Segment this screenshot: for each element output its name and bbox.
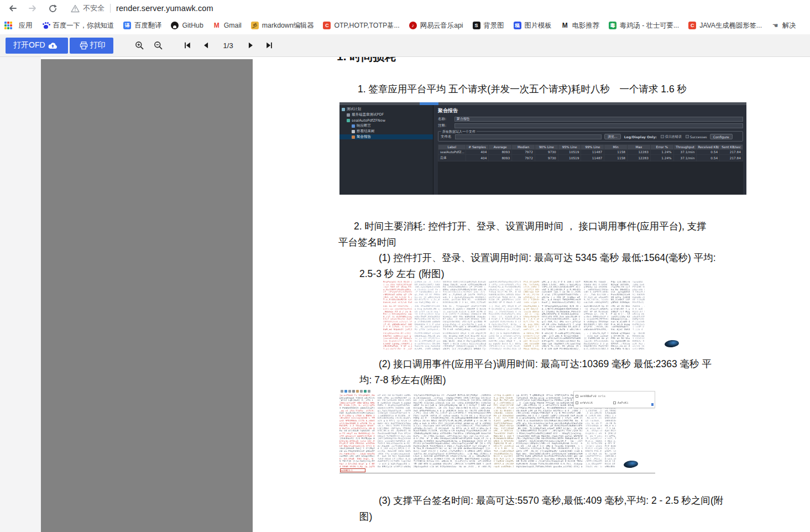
- bookmark-label: markdown编辑器: [262, 21, 314, 30]
- jmeter-errors-label: 仅日志错误: [665, 134, 682, 139]
- jmeter-panel-title: 聚合报告: [438, 107, 743, 114]
- jmeter-tree-item: 聚合报告: [339, 134, 433, 139]
- bookmark-item[interactable]: MGmail: [213, 22, 242, 29]
- warning-triangle-icon: [71, 4, 80, 13]
- jmeter-file-fieldset: 所有数据写入一个文件 文件名 浏览... Log/Display Only: 仅…: [438, 131, 743, 142]
- bookmark-label: 图片模板: [525, 21, 552, 30]
- browser-address-bar: 不安全 render.server.yumawk.com: [0, 0, 810, 17]
- bookmarks-bar: 应用 百度一下，你就知道译百度翻译GitHubMGmail彡markdown编辑…: [0, 17, 810, 34]
- bookmark-item[interactable]: S背景图: [473, 21, 504, 30]
- github-icon: [171, 22, 179, 29]
- bookmark-item[interactable]: 稿图片模板: [514, 21, 552, 30]
- jmeter-table-row: sealAutoPdfZ...4048093797297301051911487…: [438, 150, 743, 155]
- jmeter-titlebar: [339, 102, 746, 105]
- jmeter-table-header-row: Label# SamplesAverageMedian90% Line95% L…: [438, 145, 743, 150]
- bookmark-item[interactable]: 译百度翻译: [123, 21, 161, 30]
- security-label: 不安全: [83, 3, 104, 13]
- bookmark-item[interactable]: GitHub: [171, 22, 203, 29]
- movie-m-icon: M: [561, 22, 569, 29]
- log2-checkbox: [613, 401, 616, 404]
- jmeter-table-header: 95% Line: [558, 145, 581, 150]
- jmeter-table-header: Max: [628, 145, 651, 150]
- log2-checkbox: [576, 395, 578, 398]
- thread-group-icon: [347, 119, 350, 122]
- jmeter-tree-item: sealAutoPdfZFNew: [339, 118, 433, 123]
- doc-paragraph-5: (3) 支撑平台签名时间: 最高可达:5570 毫秒,最低:409 毫秒,平均:…: [338, 493, 723, 525]
- viewer-content: 1. 时间损耗 1. 签章应用平台平均 五个请求(并发一次五个请求)耗时八秒 一…: [0, 57, 810, 532]
- bookmark-label: 网易云音乐api: [420, 21, 463, 30]
- bookmark-label: 电影推荐: [572, 21, 599, 30]
- jmeter-screenshot: 测试计划服务端盖章测试PDFsealAutoPdfZFNew响应断言察看结果树聚…: [339, 102, 746, 195]
- jmeter-name-label: 名称:: [438, 117, 454, 122]
- bookmark-item[interactable]: ♪网易云音乐api: [409, 21, 463, 30]
- bookmark-item[interactable]: M电影推荐: [561, 21, 599, 30]
- gear-icon: [347, 113, 350, 117]
- print-button[interactable]: 打印: [70, 38, 113, 54]
- jmeter-table-header: 90% Line: [535, 145, 558, 150]
- next-page-icon[interactable]: [241, 37, 260, 54]
- bookmark-item[interactable]: COTP,HOTP,TOTP基...: [323, 21, 399, 30]
- first-page-icon[interactable]: [178, 37, 197, 54]
- dujitang-icon: 毒: [609, 22, 616, 29]
- refresh-icon[interactable]: [45, 2, 60, 15]
- zoom-out-icon[interactable]: [149, 37, 168, 54]
- doc-paragraph-4: (2) 接口调用事件(应用平台)调用时间: 最高可达:10369 毫秒 最低:2…: [338, 356, 712, 388]
- jmeter-comment-label: 注释:: [438, 123, 454, 128]
- log2-checkbox: [576, 401, 578, 404]
- last-page-icon[interactable]: [260, 37, 279, 54]
- bookmark-item[interactable]: ☚解决: [771, 21, 796, 30]
- gmail-icon: M: [213, 22, 221, 29]
- jmeter-comment-input: [454, 123, 743, 128]
- log-screenshot-2: jw:ucF6eW fv VJcpHqDl_Hw qeZ eS[-h0 WrfU…: [339, 389, 655, 473]
- bookmark-item[interactable]: 彡markdown编辑器: [251, 21, 314, 30]
- jmeter-table-header: Label: [438, 145, 466, 150]
- apps-grid-icon: [4, 22, 12, 29]
- jmeter-table-header: # Samples: [466, 145, 489, 150]
- baidu-translate-icon: 译: [123, 22, 131, 29]
- sidebar-panel: [41, 59, 253, 532]
- gaoding-icon: 稿: [514, 22, 521, 29]
- jmeter-table-header: 99% Line: [581, 145, 604, 150]
- bookmark-label: 背景图: [484, 21, 504, 30]
- jmeter-name-input: 聚合报告: [454, 117, 743, 122]
- print-label: 打印: [90, 40, 106, 50]
- test-plan-icon: [342, 108, 345, 111]
- bookmark-label: 百度翻译: [134, 21, 161, 30]
- previous-page-icon[interactable]: [197, 37, 216, 54]
- jmeter-report-panel: 聚合报告 名称: 聚合报告 注释: 所有数据写入一个文件 文件名: [433, 105, 746, 195]
- jmeter-results-table: Label# SamplesAverageMedian90% Line95% L…: [438, 144, 743, 161]
- zoom-controls: [130, 37, 168, 54]
- jmeter-tree-item: 响应断言: [339, 123, 433, 128]
- jmeter-tree-item: 服务端盖章测试PDF: [339, 112, 433, 117]
- jmeter-tree-item: 测试计划: [339, 107, 433, 112]
- page-indicator: 1/3: [223, 41, 233, 50]
- jmeter-table-header: Sent KB/sec: [720, 145, 743, 150]
- open-ofd-button[interactable]: 打开OFD: [6, 38, 68, 54]
- bookmark-label: 百度一下，你就知道: [53, 21, 114, 30]
- url-text[interactable]: render.server.yumawk.com: [116, 4, 213, 13]
- ofd-viewer-toolbar: 打开OFD 打印 1/3: [0, 34, 810, 57]
- jmeter-browse-button: 浏览...: [604, 134, 621, 139]
- viewer-left-margin: [0, 57, 41, 532]
- security-badge[interactable]: 不安全: [71, 3, 104, 13]
- apps-button[interactable]: 应用: [4, 21, 33, 30]
- doc-paragraph-2: 2. 时间主要消耗: 控件打开、登录、设置调用时间 ， 接口调用事件(应用平台)…: [338, 218, 707, 251]
- back-icon[interactable]: [6, 2, 20, 15]
- jmeter-filename-input: [455, 134, 602, 139]
- baidu-paw-icon: [42, 22, 50, 29]
- bookmark-label: 解决: [782, 21, 796, 30]
- bookmark-item[interactable]: 毒毒鸡汤 - 壮士可要...: [609, 21, 679, 30]
- printer-icon: [80, 41, 88, 50]
- bookmark-item[interactable]: CJAVA生成椭圆形签...: [688, 21, 762, 30]
- forward-icon[interactable]: [25, 2, 40, 15]
- jmeter-errors-checkbox: [661, 135, 664, 138]
- apps-label: 应用: [19, 21, 33, 30]
- hand-pointer-icon: ☚: [771, 22, 779, 29]
- bookmark-item[interactable]: 百度一下，你就知道: [42, 21, 114, 30]
- s-badge-icon: S: [473, 22, 480, 29]
- zoom-in-icon[interactable]: [130, 37, 149, 54]
- page-navigation: 1/3: [178, 37, 279, 54]
- address-divider: [110, 4, 111, 13]
- browser-window: 不安全 render.server.yumawk.com 应用 百度一下，你就知…: [0, 0, 810, 532]
- jmeter-fieldset-label: 所有数据写入一个文件: [441, 129, 477, 134]
